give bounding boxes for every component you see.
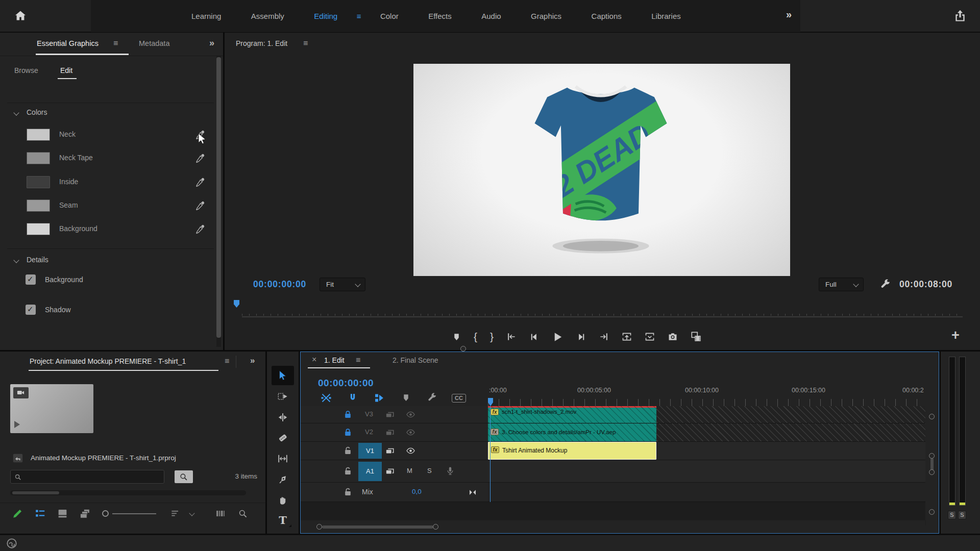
creative-cloud-sync-icon[interactable] bbox=[6, 538, 17, 549]
mark-out-icon[interactable]: } bbox=[490, 331, 494, 343]
seam-color-swatch[interactable] bbox=[27, 199, 50, 212]
meter-solo-left-button[interactable]: S bbox=[948, 511, 956, 519]
track-header-mix[interactable]: Mix 0,0 bbox=[301, 483, 488, 502]
tab-editing[interactable]: Editing bbox=[300, 0, 351, 32]
navigate-up-icon[interactable] bbox=[12, 453, 23, 464]
snap-magnet-icon[interactable] bbox=[348, 393, 358, 403]
sync-lock-icon[interactable] bbox=[385, 428, 395, 437]
sequence-tab-inactive[interactable]: 2. Final Scene bbox=[393, 356, 438, 364]
track-header-a1[interactable]: A1 M S bbox=[301, 460, 488, 483]
tab-color[interactable]: Color bbox=[366, 0, 412, 32]
lift-icon[interactable] bbox=[622, 332, 632, 342]
eyedropper-icon[interactable] bbox=[195, 153, 205, 163]
workspace-menu-icon[interactable]: ≡ bbox=[354, 0, 364, 32]
mix-level-value[interactable]: 0,0 bbox=[412, 488, 422, 495]
project-item-thumbnail[interactable] bbox=[10, 384, 93, 433]
vscroll-handle-4[interactable] bbox=[929, 509, 935, 515]
razor-tool[interactable] bbox=[277, 432, 288, 443]
slip-tool[interactable] bbox=[277, 453, 288, 464]
tab-metadata[interactable]: Metadata bbox=[139, 39, 169, 47]
hscrollbar-thumb[interactable] bbox=[322, 525, 433, 529]
search-bin-button[interactable] bbox=[175, 470, 193, 483]
close-sequence-icon[interactable]: × bbox=[312, 355, 316, 364]
icon-view-icon[interactable] bbox=[57, 508, 68, 519]
tab-graphics[interactable]: Graphics bbox=[517, 0, 575, 32]
clip-v3[interactable]: fx scn1-t_shirt-shadows_2.mov bbox=[488, 406, 656, 423]
track-lock-icon[interactable] bbox=[344, 410, 352, 419]
tab-learning[interactable]: Learning bbox=[178, 0, 235, 32]
details-section-chevron-icon[interactable] bbox=[13, 257, 19, 263]
track-visibility-eye-icon[interactable] bbox=[406, 429, 415, 436]
background-color-swatch[interactable] bbox=[27, 223, 50, 235]
sequence-tab-active[interactable]: 1. Edit bbox=[324, 356, 345, 364]
clip-v1-selected[interactable]: fx Tshirt Animated Mockup bbox=[488, 442, 656, 460]
track-lock-icon[interactable] bbox=[344, 446, 352, 455]
tab-captions[interactable]: Captions bbox=[578, 0, 635, 32]
voiceover-mic-icon[interactable] bbox=[446, 466, 455, 476]
pen-tool[interactable] bbox=[277, 474, 288, 485]
export-frame-icon[interactable] bbox=[668, 332, 678, 342]
captions-cc-icon[interactable]: CC bbox=[452, 394, 466, 403]
sort-icon[interactable] bbox=[170, 509, 180, 518]
freeform-view-icon[interactable] bbox=[80, 508, 91, 519]
eyedropper-icon[interactable] bbox=[195, 201, 205, 211]
type-tool[interactable]: T bbox=[277, 514, 288, 525]
insert-overwrite-icon[interactable] bbox=[321, 393, 331, 403]
track-lane-v2[interactable]: fx 3. Choose colors and details/amPr - U… bbox=[488, 423, 926, 442]
zoom-slider-knob[interactable] bbox=[102, 510, 109, 517]
track-lock-icon[interactable] bbox=[344, 467, 352, 475]
zoom-handle-right[interactable] bbox=[433, 524, 438, 530]
play-icon[interactable] bbox=[552, 331, 564, 343]
track-lane-v1[interactable]: fx Tshirt Animated Mockup bbox=[488, 442, 926, 460]
solo-button[interactable]: S bbox=[427, 467, 432, 474]
home-icon[interactable] bbox=[14, 10, 27, 22]
add-marker-icon[interactable] bbox=[452, 333, 461, 341]
sync-lock-icon[interactable] bbox=[385, 410, 395, 419]
inside-color-swatch[interactable] bbox=[27, 176, 50, 188]
meter-solo-right-button[interactable]: S bbox=[958, 511, 966, 519]
tab-essential-graphics[interactable]: Essential Graphics bbox=[37, 39, 99, 47]
writable-project-pencil-icon[interactable] bbox=[12, 508, 23, 519]
sync-lock-icon[interactable] bbox=[385, 467, 395, 476]
track-lane-a1[interactable] bbox=[488, 460, 926, 483]
mute-button[interactable]: M bbox=[407, 467, 412, 474]
timeline-settings-wrench-icon[interactable] bbox=[427, 393, 437, 403]
track-select-forward-tool[interactable] bbox=[277, 391, 288, 402]
go-to-in-icon[interactable] bbox=[506, 332, 517, 342]
track-target-badge[interactable]: V1 bbox=[358, 443, 382, 459]
panel-menu-icon[interactable]: ≡ bbox=[113, 39, 118, 48]
track-name-label[interactable]: V2 bbox=[365, 428, 373, 436]
linked-selection-icon[interactable] bbox=[374, 393, 384, 403]
selection-tool[interactable] bbox=[277, 370, 288, 381]
workspace-overflow-icon[interactable]: » bbox=[786, 9, 792, 20]
panel-scrollbar[interactable] bbox=[216, 56, 221, 347]
settings-wrench-icon[interactable] bbox=[880, 279, 891, 290]
timeline-vscrollbar[interactable] bbox=[925, 372, 939, 520]
track-lock-icon[interactable] bbox=[344, 428, 352, 437]
track-visibility-eye-icon[interactable] bbox=[406, 411, 415, 418]
zoom-level-select[interactable]: Fit bbox=[320, 278, 365, 291]
project-filename[interactable]: Animated Mockup PREMIERE - T-shirt_1.prp… bbox=[31, 454, 176, 462]
track-name-label[interactable]: Mix bbox=[362, 488, 373, 496]
sequence-menu-icon[interactable]: ≡ bbox=[356, 356, 360, 365]
find-icon[interactable] bbox=[238, 509, 248, 518]
vscroll-handle-1[interactable] bbox=[929, 414, 935, 419]
program-panel-menu-icon[interactable]: ≡ bbox=[303, 39, 308, 48]
project-panel-menu-icon[interactable]: ≡ bbox=[225, 357, 229, 366]
neck-color-swatch[interactable] bbox=[27, 129, 50, 141]
track-lock-icon[interactable] bbox=[344, 488, 352, 496]
track-header-v3[interactable]: V3 bbox=[301, 406, 488, 423]
shadow-checkbox[interactable] bbox=[26, 305, 36, 315]
project-overflow-icon[interactable]: » bbox=[250, 356, 255, 366]
step-forward-icon[interactable] bbox=[576, 332, 586, 342]
thumbnail-play-icon[interactable] bbox=[14, 421, 20, 428]
track-header-v2[interactable]: V2 bbox=[301, 423, 488, 442]
tab-assembly[interactable]: Assembly bbox=[237, 0, 298, 32]
tab-libraries[interactable]: Libraries bbox=[638, 0, 695, 32]
track-lane-v3[interactable]: fx scn1-t_shirt-shadows_2.mov bbox=[488, 406, 926, 423]
scrubber-left-handle[interactable] bbox=[460, 346, 466, 352]
list-view-icon[interactable] bbox=[35, 508, 45, 519]
search-input[interactable] bbox=[10, 470, 164, 484]
mark-in-icon[interactable]: { bbox=[474, 331, 477, 343]
playback-resolution-select[interactable]: Full bbox=[819, 278, 864, 291]
